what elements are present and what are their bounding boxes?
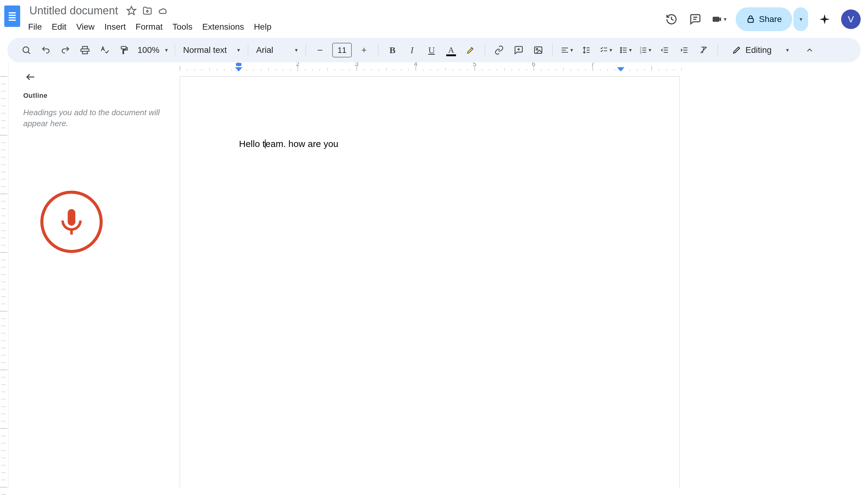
add-comment-button[interactable] bbox=[511, 42, 527, 58]
separator bbox=[248, 44, 248, 56]
italic-button[interactable]: I bbox=[404, 42, 420, 58]
paint-format-button[interactable] bbox=[116, 42, 132, 58]
separator bbox=[306, 44, 306, 56]
bulleted-list-button[interactable]: ▾ bbox=[617, 42, 633, 58]
zoom-select[interactable]: 100% ▾ bbox=[134, 42, 171, 58]
comments-icon[interactable] bbox=[688, 12, 703, 27]
decrease-indent-button[interactable] bbox=[657, 42, 673, 58]
mode-select[interactable]: Editing ▾ bbox=[725, 41, 796, 59]
paragraph-style-value: Normal text bbox=[183, 45, 227, 55]
increase-indent-button[interactable] bbox=[676, 42, 692, 58]
document-page[interactable]: Hello team. how are you bbox=[180, 76, 680, 488]
menu-file[interactable]: File bbox=[26, 20, 46, 34]
collapse-toolbar-button[interactable] bbox=[802, 42, 818, 58]
svg-rect-12 bbox=[534, 47, 542, 53]
svg-point-23 bbox=[620, 47, 622, 49]
font-select[interactable]: Arial ▾ bbox=[253, 42, 301, 58]
chevron-down-icon: ▾ bbox=[295, 47, 298, 53]
align-button[interactable]: ▾ bbox=[559, 42, 575, 58]
chevron-down-icon: ▾ bbox=[649, 47, 651, 53]
svg-text:3: 3 bbox=[640, 51, 641, 54]
paragraph-style-select[interactable]: Normal text ▾ bbox=[180, 42, 243, 58]
insert-link-button[interactable] bbox=[491, 42, 507, 58]
move-icon[interactable] bbox=[141, 4, 153, 17]
chevron-down-icon: ▾ bbox=[165, 47, 168, 53]
chevron-down-icon: ▾ bbox=[786, 47, 789, 53]
insert-image-button[interactable] bbox=[530, 42, 546, 58]
separator bbox=[718, 44, 718, 56]
vertical-ruler bbox=[0, 62, 8, 488]
share-label: Share bbox=[759, 14, 782, 24]
menu-view[interactable]: View bbox=[72, 20, 99, 34]
font-size-input[interactable] bbox=[332, 43, 352, 57]
menu-extensions[interactable]: Extensions bbox=[198, 20, 249, 34]
chevron-down-icon: ▾ bbox=[609, 47, 612, 53]
chevron-down-icon: ▾ bbox=[800, 16, 802, 23]
svg-rect-9 bbox=[121, 47, 126, 49]
account-avatar[interactable]: V bbox=[841, 10, 861, 29]
svg-rect-3 bbox=[748, 19, 754, 23]
menubar: File Edit View Insert Format Tools Exten… bbox=[26, 20, 276, 34]
toolbar: 100% ▾ Normal text ▾ Arial ▾ − + B I U A bbox=[7, 38, 861, 62]
star-icon[interactable] bbox=[125, 4, 138, 17]
line-spacing-button[interactable] bbox=[578, 42, 594, 58]
zoom-value: 100% bbox=[138, 45, 159, 55]
print-button[interactable] bbox=[77, 42, 93, 58]
svg-point-25 bbox=[620, 52, 622, 53]
separator bbox=[175, 44, 175, 56]
menu-format[interactable]: Format bbox=[132, 20, 167, 34]
svg-point-13 bbox=[536, 49, 538, 50]
svg-rect-6 bbox=[83, 47, 87, 49]
share-button[interactable]: Share bbox=[736, 7, 792, 31]
document-title[interactable]: Untitled document bbox=[26, 4, 122, 17]
svg-rect-7 bbox=[83, 51, 87, 54]
chevron-down-icon: ▾ bbox=[237, 47, 240, 53]
checklist-button[interactable]: ▾ bbox=[598, 42, 614, 58]
menu-edit[interactable]: Edit bbox=[47, 20, 71, 34]
document-body[interactable]: Hello team. how are you bbox=[239, 138, 620, 150]
svg-marker-0 bbox=[127, 6, 136, 15]
menu-tools[interactable]: Tools bbox=[168, 20, 197, 34]
chevron-down-icon: ▾ bbox=[570, 47, 573, 53]
clear-formatting-button[interactable] bbox=[696, 42, 712, 58]
outline-sidebar: Outline Headings you add to the document… bbox=[8, 62, 180, 488]
outline-placeholder: Headings you add to the document will ap… bbox=[23, 107, 171, 129]
redo-button[interactable] bbox=[57, 42, 73, 58]
font-value: Arial bbox=[256, 45, 273, 55]
voice-typing-button[interactable] bbox=[40, 191, 103, 253]
svg-point-4 bbox=[23, 47, 29, 53]
gemini-icon[interactable] bbox=[817, 12, 832, 27]
underline-button[interactable]: U bbox=[424, 42, 440, 58]
pencil-icon bbox=[732, 46, 741, 55]
svg-point-24 bbox=[620, 50, 622, 51]
text-color-button[interactable]: A bbox=[443, 42, 459, 58]
mode-label: Editing bbox=[746, 45, 772, 55]
decrease-font-size-button[interactable]: − bbox=[312, 42, 328, 58]
close-outline-button[interactable] bbox=[23, 70, 38, 84]
chevron-down-icon: ▾ bbox=[629, 47, 632, 53]
outline-heading: Outline bbox=[23, 92, 171, 100]
separator bbox=[485, 44, 485, 56]
undo-button[interactable] bbox=[38, 42, 54, 58]
bold-button[interactable]: B bbox=[385, 42, 401, 58]
numbered-list-button[interactable]: 123 ▾ bbox=[637, 42, 653, 58]
chevron-down-icon: ▾ bbox=[724, 16, 727, 23]
docs-logo[interactable] bbox=[4, 5, 20, 27]
separator bbox=[552, 44, 552, 56]
spellcheck-button[interactable] bbox=[97, 42, 113, 58]
highlight-button[interactable] bbox=[463, 42, 479, 58]
meet-button[interactable]: ▾ bbox=[712, 12, 727, 27]
menu-insert[interactable]: Insert bbox=[100, 20, 130, 34]
search-icon[interactable] bbox=[18, 42, 34, 58]
share-dropdown[interactable]: ▾ bbox=[794, 7, 808, 31]
svg-line-5 bbox=[28, 52, 30, 54]
cloud-status-icon[interactable] bbox=[157, 4, 169, 17]
increase-font-size-button[interactable]: + bbox=[356, 42, 372, 58]
horizontal-ruler[interactable]: 1234567 bbox=[180, 62, 864, 71]
separator bbox=[378, 44, 378, 56]
menu-help[interactable]: Help bbox=[250, 20, 276, 34]
history-icon[interactable] bbox=[664, 12, 679, 27]
